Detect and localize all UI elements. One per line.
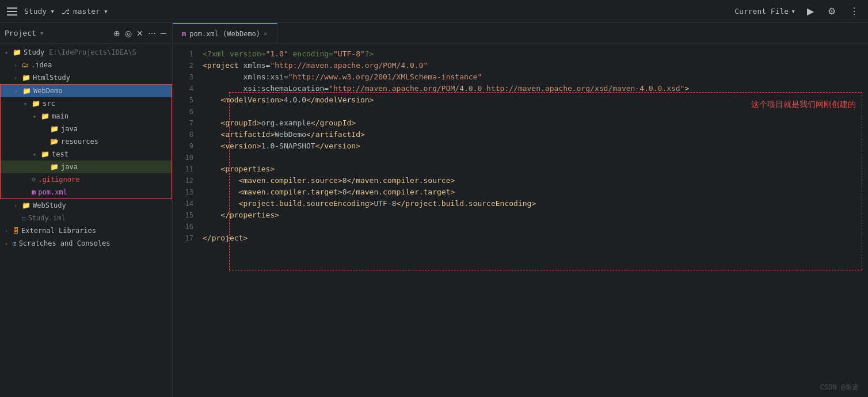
- src-label: src: [43, 100, 55, 108]
- sidebar-locate-button[interactable]: ◎: [124, 28, 133, 39]
- study-iml-label: Study.iml: [28, 214, 66, 222]
- code-line-7: <groupId>org.example</groupId>: [203, 117, 863, 129]
- branch-dropdown[interactable]: ⎇ master ▾: [62, 7, 108, 16]
- java2-label: java: [61, 163, 78, 171]
- sidebar: Project ▾ ⊕ ◎ ✕ ⋯ ─ ▾ 📁 Study E:\IdeProj…: [0, 23, 173, 397]
- tree-item-test[interactable]: ▾ 📁 test: [1, 148, 172, 161]
- more-options-button[interactable]: ⋮: [847, 5, 861, 18]
- code-line-9: <version>1.0-SNAPSHOT</version>: [203, 140, 863, 152]
- pom-label: pom.xml: [38, 188, 67, 196]
- code-line-5: <modelVersion>4.0.0</modelVersion>: [203, 94, 863, 106]
- project-label: Study: [24, 7, 47, 16]
- iml-icon: ◻: [22, 215, 26, 222]
- hamburger-icon[interactable]: [7, 7, 17, 16]
- maven-tab-icon: m: [182, 30, 186, 38]
- tree-item-idea[interactable]: › 🗂 .idea: [0, 59, 172, 71]
- current-file-label: Current File: [734, 7, 789, 16]
- test-label: test: [52, 150, 68, 158]
- tree-item-gitignore[interactable]: › ⊘ .gitignore: [1, 173, 172, 186]
- sidebar-add-button[interactable]: ⊕: [112, 28, 121, 39]
- tree-item-webdemo[interactable]: ▾ 📁 WebDemo: [1, 85, 172, 97]
- main-label: main: [52, 112, 68, 120]
- java1-label: java: [61, 125, 78, 133]
- scratches-icon: ⊡: [13, 240, 17, 247]
- scratches-label: Scratches and Consoles: [19, 239, 111, 247]
- main-folder-icon: 📁: [41, 112, 50, 120]
- tree-item-study-iml[interactable]: › ◻ Study.iml: [0, 212, 172, 224]
- webdemo-label: WebDemo: [33, 87, 63, 95]
- editor-tabs: m pom.xml (WebDemo) ✕: [173, 23, 868, 44]
- tree-item-java2[interactable]: › 📁 java: [1, 161, 172, 173]
- branch-chevron-icon: ▾: [104, 7, 108, 16]
- current-file-dropdown[interactable]: Current File ▾: [734, 7, 795, 16]
- sidebar-close-button[interactable]: ✕: [135, 28, 144, 39]
- current-file-chevron-icon: ▾: [791, 7, 795, 16]
- sidebar-minimize-button[interactable]: ─: [159, 28, 167, 39]
- sidebar-chevron-icon: ▾: [40, 29, 44, 37]
- resources-folder-icon: 📂: [50, 138, 59, 146]
- project-dropdown[interactable]: Study ▾: [24, 7, 55, 16]
- settings-button[interactable]: ⚙: [825, 5, 838, 18]
- run-button[interactable]: ▶: [805, 5, 816, 18]
- code-line-16: [203, 221, 863, 232]
- webdemo-folder-icon: 📁: [22, 87, 31, 95]
- resources-label: resources: [61, 138, 98, 146]
- code-line-10: [203, 152, 863, 163]
- main-content: Project ▾ ⊕ ◎ ✕ ⋯ ─ ▾ 📁 Study E:\IdeProj…: [0, 23, 868, 397]
- code-line-6: [203, 106, 863, 117]
- chevron-right-icon: ›: [14, 203, 20, 209]
- test-folder-icon: 📁: [41, 150, 50, 158]
- chevron-right-icon: ›: [5, 241, 10, 247]
- top-bar-left: Study ▾ ⎇ master ▾: [7, 7, 108, 16]
- tab-label: pom.xml (WebDemo): [189, 30, 260, 38]
- branch-icon: ⎇: [62, 7, 70, 16]
- top-bar-right: Current File ▾ ▶ ⚙ ⋮: [734, 5, 861, 18]
- gitignore-icon: ⊘: [32, 175, 36, 184]
- code-line-12: <maven.compiler.source>8</maven.compiler…: [203, 175, 863, 186]
- code-content[interactable]: <?xml version="1.0" encoding="UTF-8"?> <…: [198, 44, 868, 397]
- top-bar: Study ▾ ⎇ master ▾ Current File ▾ ▶ ⚙ ⋮: [0, 0, 868, 23]
- ext-libs-label: External Libraries: [21, 227, 96, 235]
- chevron-right-icon: ›: [5, 228, 10, 234]
- code-line-3: xmlns:xsi="http://www.w3.org/2001/XMLSch…: [203, 71, 863, 83]
- tree-item-htmlstudy[interactable]: › 📁 HtmlStudy: [0, 71, 172, 84]
- tab-close-button[interactable]: ✕: [264, 30, 268, 37]
- webdemo-section: ▾ 📁 WebDemo ▾ 📁 src ▾ 📁 main: [0, 84, 172, 199]
- chevron-right-icon: ›: [14, 62, 20, 68]
- webstudy-label: WebStudy: [33, 201, 66, 209]
- chevron-down-icon: ▾: [24, 101, 29, 107]
- tree-item-src[interactable]: ▾ 📁 src: [1, 97, 172, 110]
- code-line-11: <properties>: [203, 163, 863, 175]
- project-chevron-icon: ▾: [50, 7, 55, 16]
- tree-item-ext-libs[interactable]: › 🗄 External Libraries: [0, 224, 172, 237]
- code-line-14: <project.build.sourceEncoding>UTF-8</pro…: [203, 198, 863, 209]
- sidebar-header: Project ▾ ⊕ ◎ ✕ ⋯ ─: [0, 23, 172, 44]
- tree-item-resources[interactable]: › 📂 resources: [1, 135, 172, 148]
- sidebar-more-button[interactable]: ⋯: [147, 28, 157, 39]
- ext-libs-icon: 🗄: [13, 227, 19, 235]
- chevron-down-icon: ▾: [33, 113, 39, 120]
- watermark: CSDN @鱼迹: [820, 383, 859, 392]
- tree-item-java1[interactable]: › 📁 java: [1, 123, 172, 135]
- branch-label: master: [73, 7, 100, 16]
- tree-item-webstudy[interactable]: › 📁 WebStudy: [0, 199, 172, 212]
- code-line-15: </properties>: [203, 209, 863, 221]
- study-label: Study: [24, 48, 44, 56]
- htmlstudy-label: HtmlStudy: [33, 74, 70, 82]
- tree-item-main[interactable]: ▾ 📁 main: [1, 110, 172, 123]
- idea-label: .idea: [31, 61, 52, 69]
- code-line-2: <project xmlns="http://maven.apache.org/…: [203, 60, 863, 71]
- java2-folder-icon: 📁: [50, 163, 59, 171]
- chevron-down-icon: ▾: [14, 88, 20, 94]
- java-folder-icon: 📁: [50, 125, 59, 133]
- sidebar-title: Project: [5, 29, 36, 37]
- code-line-17: </project>: [203, 232, 863, 244]
- editor-area: m pom.xml (WebDemo) ✕ 12345 678910 11121…: [173, 23, 868, 397]
- tree-item-study-root[interactable]: ▾ 📁 Study E:\IdeProjects\IDEA\S: [0, 46, 172, 59]
- editor-tab-pom[interactable]: m pom.xml (WebDemo) ✕: [173, 23, 277, 43]
- tree-item-scratches[interactable]: › ⊡ Scratches and Consoles: [0, 237, 172, 250]
- tree-item-pom[interactable]: › m pom.xml: [1, 186, 172, 199]
- code-line-4: xsi:schemaLocation="http://maven.apache.…: [203, 83, 863, 94]
- sidebar-icons: ⊕ ◎ ✕ ⋯ ─: [112, 28, 167, 39]
- htmlstudy-folder-icon: 📁: [22, 74, 31, 82]
